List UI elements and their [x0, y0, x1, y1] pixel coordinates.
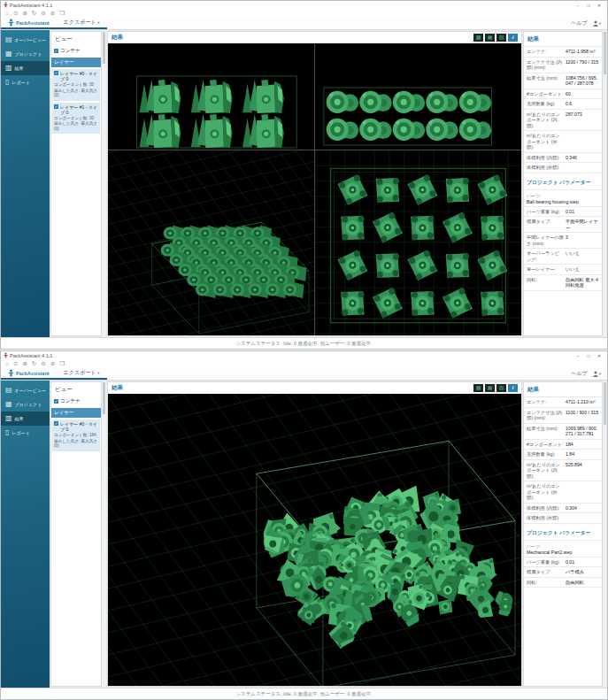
view-parts-icon[interactable]: ▩ — [473, 34, 483, 42]
help-menu[interactable]: ヘルプ — [571, 370, 587, 378]
copy-icon[interactable]: ❐ — [59, 11, 65, 17]
layer-section-header[interactable]: レイヤー — [51, 408, 101, 418]
tree-scrollbar[interactable] — [102, 31, 106, 336]
viewport-side-view[interactable] — [315, 43, 521, 150]
stop-icon[interactable]: ⊘ — [50, 361, 55, 367]
sidebar-item-report[interactable]: ▯ レポート — [1, 75, 50, 89]
property-value — [566, 165, 599, 171]
properties-rows: コンテナ: 4711-1.958 m³ コンテナ寸法 (内部) (mm): 11… — [524, 47, 602, 173]
checkbox-checked-icon[interactable]: ✓ — [54, 71, 58, 75]
properties-scrollbar[interactable] — [603, 31, 606, 336]
nav-rail: ▤ オーバービュー ▦ プロジェクト ▥ 結果 ▯ レポート — [1, 381, 50, 688]
property-row: 体積利用 (外部): — [524, 513, 602, 524]
copy-icon[interactable]: ❐ — [59, 361, 65, 367]
tab-packassistant[interactable]: PackAssistant — [1, 368, 57, 378]
sidebar-item-results[interactable]: ▥ 結果 — [1, 412, 50, 426]
scrollbar-thumb[interactable] — [604, 382, 606, 425]
layer-item[interactable]: ✓ レイヤー #0 - タイプ 0 コンポーネント数: 30 算出した高さ: 最… — [52, 69, 100, 101]
property-label: m³あたりのコンポーネント (外部): — [527, 133, 564, 150]
viewport-bulk-view[interactable] — [108, 394, 521, 686]
minimize-button[interactable]: – — [573, 2, 583, 9]
help-menu[interactable]: ヘルプ — [571, 19, 587, 27]
parameter-label: 中間レイヤーの厚さ (mm): — [527, 235, 564, 246]
sidebar-item-project[interactable]: ▦ プロジェクト — [1, 397, 50, 412]
user-menu[interactable]: ▾ — [593, 371, 601, 377]
zoom-fit-icon[interactable]: ⊙ — [13, 11, 18, 17]
parameter-value: 3 — [566, 235, 599, 246]
sidebar-item-overview[interactable]: ▤ オーバービュー — [1, 383, 50, 397]
view-container-icon[interactable]: ▧ — [496, 384, 506, 392]
layer-item[interactable]: ✓ レイヤー #1 - タイプ 0 コンポーネント数: 30 算出した高さ: 最… — [52, 103, 100, 135]
parameter-rows: パーツ重量 (kg): 0.01 積層タイプ: 平面中間レイヤー 中間レイヤーの… — [524, 207, 602, 291]
sidebar-item-overview[interactable]: ▤ オーバービュー — [1, 33, 50, 47]
viewport-header: 結果 ▩▦▧i — [108, 32, 521, 43]
viewport-top-view[interactable] — [315, 150, 521, 335]
viewport-title: 結果 — [112, 384, 123, 392]
viewport-front-view[interactable] — [108, 43, 314, 150]
property-value: 184 — [566, 442, 599, 448]
home-icon[interactable]: ⌂ — [5, 361, 9, 367]
zoom-in-icon[interactable]: ⊕ — [22, 361, 27, 367]
parameter-label: 積層タイプ: — [527, 219, 564, 230]
refresh-icon[interactable]: ↻ — [32, 11, 36, 17]
checkbox-checked-icon[interactable]: ✓ — [54, 399, 58, 404]
property-value: 1084.756 / 695.047 / 287.078 — [566, 75, 599, 87]
tab-packassistant[interactable]: PackAssistant — [1, 18, 57, 27]
minimize-button[interactable]: – — [573, 352, 583, 359]
info-icon[interactable]: i — [508, 384, 518, 392]
maximize-button[interactable]: □ — [583, 352, 594, 359]
sidebar-item-report[interactable]: ▯ レポート — [1, 426, 50, 440]
scrollbar-thumb[interactable] — [103, 32, 105, 64]
property-row: #コンポーネント: 60 — [524, 89, 602, 100]
layer-item-title: レイヤー #0 - タイプ 0 — [60, 71, 98, 81]
layer-item-count: コンポーネント数: 30 — [54, 116, 98, 121]
parameter-label: 単一レイヤー: — [527, 266, 564, 273]
tree-scrollbar[interactable] — [102, 381, 106, 687]
info-icon[interactable]: i — [508, 34, 518, 42]
layer-item-title: レイヤー #1 - タイプ 0 — [60, 104, 98, 115]
user-icon — [593, 20, 598, 27]
tree-panel-title: ビュー — [51, 382, 101, 396]
viewport-quad[interactable] — [108, 43, 521, 335]
scrollbar-thumb[interactable] — [604, 32, 606, 74]
checkbox-checked-icon[interactable]: ✓ — [54, 104, 58, 109]
zoom-fit-icon[interactable]: ⊙ — [13, 361, 18, 367]
sidebar-item-results[interactable]: ▥ 結果 — [1, 61, 50, 75]
scrollbar-thumb[interactable] — [103, 382, 105, 414]
checkbox-checked-icon[interactable]: ✓ — [54, 49, 58, 53]
home-icon[interactable]: ⌂ — [5, 11, 9, 17]
viewport-single[interactable] — [108, 394, 521, 686]
zoom-in-icon[interactable]: ⊕ — [22, 11, 27, 17]
parameter-row: 中間レイヤーの厚さ (mm): 3 — [524, 233, 602, 249]
refresh-icon[interactable]: ↻ — [32, 361, 36, 367]
property-label: コンテナ: — [527, 49, 564, 55]
layer-item[interactable]: ✓ レイヤー #0 - タイプ 0 コンポーネント数: 184 算出した高さ: … — [52, 419, 100, 451]
parameter-value: 0.01 — [566, 209, 599, 215]
container-toggle-row[interactable]: ✓ コンテナ — [51, 396, 101, 406]
parameter-label: 回転: — [527, 277, 564, 288]
view-layers-icon[interactable]: ▦ — [485, 34, 495, 42]
sidebar-item-project[interactable]: ▦ プロジェクト — [1, 47, 50, 61]
checkbox-checked-icon[interactable]: ✓ — [54, 421, 58, 426]
properties-title: 結果 — [524, 382, 602, 397]
zoom-out-icon[interactable]: ⊖ — [41, 11, 45, 17]
stop-icon[interactable]: ⊘ — [50, 11, 55, 17]
export-menu[interactable]: エクスポート ▾ — [57, 368, 107, 378]
user-menu[interactable]: ▾ — [593, 20, 601, 27]
layer-section-header[interactable]: レイヤー — [51, 58, 101, 67]
view-parts-icon[interactable]: ▩ — [473, 384, 483, 392]
zoom-out-icon[interactable]: ⊖ — [41, 361, 45, 367]
brand-label: PackAssistant — [16, 371, 50, 376]
rail-item-icon: ▯ — [5, 79, 9, 86]
view-layers-icon[interactable]: ▦ — [485, 384, 495, 392]
view-container-icon[interactable]: ▧ — [496, 34, 506, 42]
properties-scrollbar[interactable] — [603, 381, 606, 687]
maximize-button[interactable]: □ — [583, 2, 594, 9]
container-toggle-row[interactable]: ✓ コンテナ — [51, 46, 101, 56]
close-button[interactable]: ✕ — [594, 2, 604, 9]
export-menu[interactable]: エクスポート ▾ — [57, 18, 107, 27]
parameter-value: バラ積み — [566, 569, 599, 575]
viewport-iso-view[interactable] — [108, 150, 314, 335]
property-label: #コンポーネント: — [527, 442, 564, 448]
close-button[interactable]: ✕ — [594, 352, 604, 359]
